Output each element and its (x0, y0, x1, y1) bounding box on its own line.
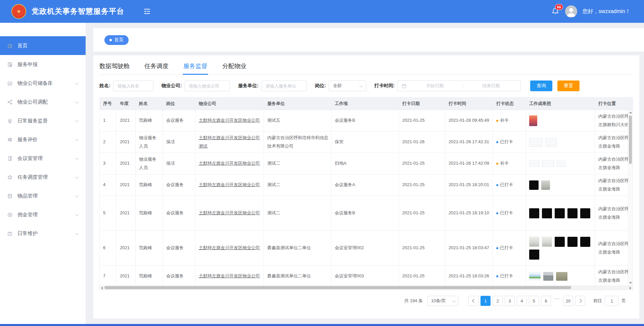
work-result-photo-thumbnail[interactable] (529, 208, 539, 218)
work-result-photo-thumbnail[interactable] (556, 272, 567, 281)
company-link[interactable]: 土默特左旗金川开发区物业公司 (199, 244, 260, 252)
chevron-down-icon (452, 298, 456, 302)
company-link[interactable]: 土默特左旗金川开发区物业公司 (199, 209, 260, 217)
work-result-photo-thumbnail[interactable] (529, 180, 539, 190)
company-input[interactable] (184, 80, 230, 91)
page-button-4[interactable]: 4 (517, 296, 527, 306)
company-link[interactable]: 土默特左旗金川开发区物业公司 (199, 181, 260, 189)
work-result-photo-thumbnail[interactable] (529, 115, 537, 126)
post-select[interactable]: 全部 (329, 80, 366, 91)
sidebar-item-meeting-room[interactable]: 会议室管理 (0, 149, 86, 168)
company-link[interactable]: 土默特左旗金川开发区物业公司 (199, 159, 260, 168)
location-line: 左旗金海路 (598, 185, 630, 194)
location-line: 左旗金海路 (598, 164, 630, 172)
cell-year: 2021 (117, 174, 136, 196)
cell-work-item: 会议室管理003 (331, 266, 399, 285)
page-size-select[interactable]: 10条/页 (427, 296, 458, 306)
page-size-value: 10条/页 (431, 298, 446, 304)
work-result-photo-thumbnail[interactable] (545, 138, 557, 147)
work-result-photo-thumbnail[interactable] (557, 161, 565, 167)
tab-任务调度[interactable]: 任务调度 (144, 62, 169, 74)
date-range-separator: : (460, 84, 466, 89)
sidebar-item-archive[interactable]: 物业公司储备库 (0, 74, 86, 93)
meeting-room-icon (7, 155, 13, 161)
cell-work-photos (526, 231, 595, 265)
search-button[interactable]: 查询 (530, 80, 552, 91)
avatar[interactable] (565, 5, 577, 17)
work-result-photo-thumbnail[interactable] (529, 160, 539, 167)
sidebar-item-label: 任务调度管理 (17, 174, 48, 180)
sidebar-item-webcam[interactable]: 日常服务监督 (0, 111, 86, 130)
page-button-2[interactable]: 2 (493, 296, 503, 306)
checkin-date-range-picker[interactable]: 开始日期 : 结束日期 (397, 80, 521, 91)
sidebar-item-document[interactable]: 服务申报 (0, 55, 86, 74)
page-ellipsis[interactable]: ··· (553, 296, 561, 306)
work-result-photo-thumbnail[interactable] (542, 237, 552, 247)
work-result-photo-thumbnail[interactable] (529, 272, 541, 280)
unit-line: 内蒙古自治区呼和浩特市利信息 (267, 134, 328, 142)
sidebar-item-share[interactable]: 物业公司调配 (0, 93, 86, 111)
work-result-photo-thumbnail[interactable] (543, 272, 553, 281)
vertical-scrollbar-thumb[interactable] (629, 115, 632, 164)
column-header: 序号 (100, 98, 117, 110)
unit-input[interactable] (261, 80, 307, 91)
company-link[interactable]: 土默特左旗金川开发区物业公司 (199, 116, 260, 125)
company-link[interactable]: 土默特左旗金川开发区物业公司 (199, 134, 260, 142)
company-link[interactable]: 土默特左旗金川开发区物业公司 (199, 272, 260, 280)
work-result-photo-thumbnail[interactable] (555, 208, 565, 218)
cell-post: 会议服务 (163, 110, 195, 131)
page-button-3[interactable]: 3 (505, 296, 515, 306)
status-badge: 已打卡 (496, 272, 522, 280)
work-result-photo-thumbnail[interactable] (529, 237, 539, 247)
tab-数据驾驶舱[interactable]: 数据驾驶舱 (99, 62, 130, 74)
name-input[interactable] (113, 80, 153, 91)
sidebar-item-maintenance[interactable]: 日常维护 (0, 224, 86, 243)
work-result-photo-thumbnail[interactable] (529, 138, 543, 147)
page-button-20[interactable]: 20 (563, 296, 573, 306)
work-result-photo-thumbnail[interactable] (555, 237, 565, 247)
work-result-photo-thumbnail[interactable] (580, 208, 590, 218)
page-button-6[interactable]: 6 (541, 296, 551, 306)
scroll-right-arrow-icon[interactable] (630, 287, 631, 289)
prev-page-button[interactable] (468, 296, 478, 306)
sidebar-item-sliders[interactable]: 服务评价 (0, 130, 86, 149)
user-greeting[interactable]: 您好，swzxadmin！ (583, 8, 631, 15)
notification-bell-icon[interactable]: 66 (551, 7, 560, 16)
page-button-5[interactable]: 5 (529, 296, 539, 306)
work-result-photo-thumbnail[interactable] (567, 237, 578, 247)
scroll-left-arrow-icon[interactable] (101, 287, 103, 289)
horizontal-scrollbar-thumb[interactable] (104, 286, 571, 289)
reset-button[interactable]: 重置 (557, 80, 580, 91)
company-link[interactable]: 测试 (199, 142, 260, 151)
page-button-1[interactable]: 1 (480, 296, 491, 306)
scroll-down-arrow-icon[interactable] (629, 282, 632, 284)
sidebar-item-star[interactable]: 任务调度管理 (0, 168, 86, 186)
start-date-placeholder: 开始日期 (409, 83, 460, 89)
sidebar-item-dashboard[interactable]: 首页 (0, 36, 86, 55)
status-dot-icon (496, 120, 498, 122)
breadcrumb-tag-home[interactable]: 首页 (104, 35, 129, 45)
table-vertical-scrollbar[interactable] (628, 110, 633, 285)
table-horizontal-scrollbar[interactable] (99, 286, 633, 290)
column-header: 打卡状态 (493, 98, 526, 110)
cell-year: 2021 (117, 153, 136, 174)
sidebar-item-box[interactable]: 物品管理 (0, 186, 86, 205)
cell-index: 6 (100, 231, 117, 265)
work-result-photo-thumbnail[interactable] (580, 237, 590, 247)
work-result-photo-thumbnail[interactable] (541, 180, 550, 190)
bottom-bar (0, 324, 644, 326)
menu-collapse-icon[interactable] (143, 8, 151, 15)
cell-checkin-location: 内蒙古自治区呼和左旗金海路 (595, 174, 633, 196)
work-result-photo-thumbnail[interactable] (542, 160, 554, 167)
next-page-button[interactable] (575, 296, 585, 306)
status-dot-icon (496, 163, 498, 165)
work-result-photo-thumbnail[interactable] (529, 250, 539, 260)
goto-page-input[interactable] (605, 296, 619, 306)
unit-line: 测试二 (267, 159, 328, 168)
tab-服务监督[interactable]: 服务监督 (183, 62, 208, 74)
tab-分配物业[interactable]: 分配物业 (222, 62, 246, 74)
work-result-photo-thumbnail[interactable] (542, 208, 552, 218)
sidebar-item-coin[interactable]: 佣金管理 (0, 205, 86, 224)
work-result-photo-thumbnail[interactable] (567, 208, 578, 218)
scroll-up-arrow-icon[interactable] (629, 112, 632, 113)
